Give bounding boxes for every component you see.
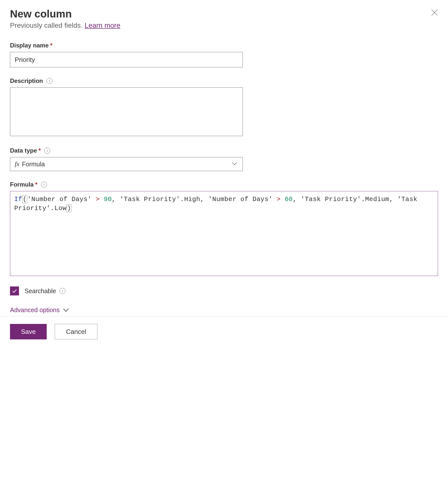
info-icon[interactable]: i (44, 148, 50, 154)
chevron-down-icon (63, 308, 69, 312)
info-icon[interactable]: i (41, 182, 47, 188)
panel-title: New column (10, 8, 427, 20)
searchable-label: Searchable (24, 287, 56, 295)
description-label-text: Description (10, 77, 43, 84)
formula-token: ( (22, 195, 27, 203)
formula-token: , (389, 196, 393, 203)
formula-token: .Low (50, 205, 66, 212)
formula-token: 'Task Priority' (120, 196, 180, 203)
data-type-label: Data type * i (10, 147, 438, 154)
display-name-label: Display name * (10, 42, 438, 49)
data-type-label-text: Data type (10, 147, 37, 154)
required-indicator: * (50, 42, 52, 49)
required-indicator: * (38, 147, 41, 154)
formula-token: 60 (285, 196, 293, 203)
searchable-checkbox[interactable] (10, 286, 19, 295)
formula-token: 90 (104, 196, 112, 203)
subtitle-text: Previously called fields. (10, 21, 85, 29)
formula-label-text: Formula (10, 181, 34, 188)
save-button[interactable]: Save (10, 324, 47, 339)
display-name-input[interactable] (10, 52, 243, 67)
formula-token: If (14, 196, 22, 203)
description-label: Description i (10, 77, 438, 84)
description-input[interactable] (10, 87, 243, 136)
cancel-button[interactable]: Cancel (55, 324, 97, 339)
formula-token: .High (180, 196, 200, 203)
formula-token: > (277, 196, 281, 203)
formula-token: ) (66, 204, 71, 212)
advanced-options-label: Advanced options (10, 306, 60, 314)
formula-token: 'Task Priority' (301, 196, 361, 203)
formula-editor[interactable]: If('Number of Days' > 90, 'Task Priority… (10, 191, 438, 276)
formula-token: , (200, 196, 204, 203)
learn-more-link[interactable]: Learn more (85, 21, 120, 29)
formula-token: > (96, 196, 100, 203)
display-name-label-text: Display name (10, 42, 49, 49)
panel-header: New column Previously called fields. Lea… (10, 8, 438, 29)
chevron-down-icon (232, 162, 237, 165)
info-icon[interactable]: i (59, 288, 65, 294)
formula-token: .Medium (361, 196, 389, 203)
data-type-dropdown[interactable]: fx Formula (10, 157, 243, 171)
formula-token: , (112, 196, 116, 203)
required-indicator: * (35, 181, 37, 188)
formula-icon: fx (15, 160, 19, 168)
panel-footer: Save Cancel (0, 316, 448, 347)
formula-token: 'Number of Days' (208, 196, 273, 203)
data-type-value: Formula (22, 161, 45, 168)
formula-token: 'Number of Days' (27, 196, 92, 203)
formula-label: Formula * i (10, 181, 438, 188)
advanced-options-toggle[interactable]: Advanced options (10, 306, 438, 314)
info-icon[interactable]: i (46, 78, 52, 84)
formula-token: , (293, 196, 297, 203)
close-icon[interactable] (427, 8, 438, 17)
panel-subtitle: Previously called fields. Learn more (10, 21, 427, 29)
